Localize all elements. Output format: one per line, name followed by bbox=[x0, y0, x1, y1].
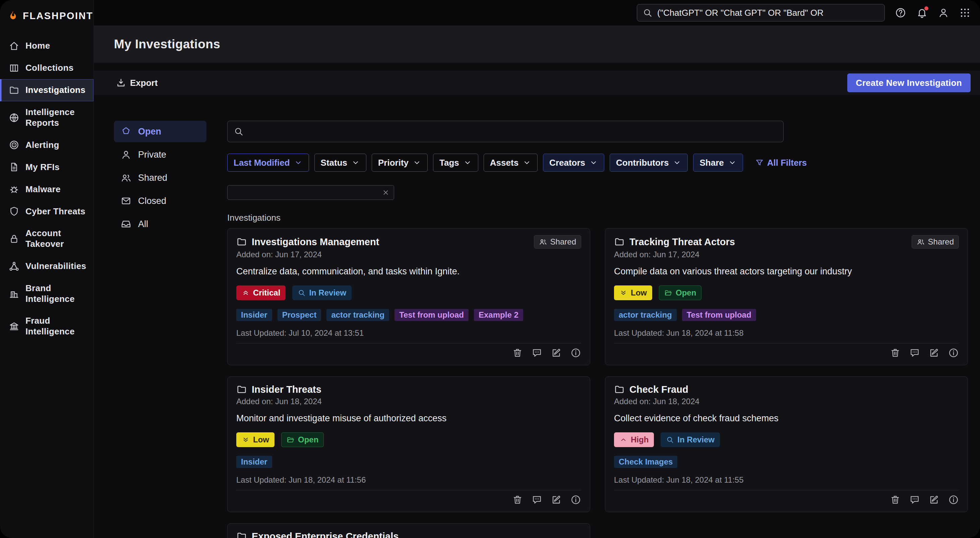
status-badge: Open bbox=[281, 433, 324, 447]
view-label: Shared bbox=[138, 173, 167, 183]
tag[interactable]: Insider bbox=[236, 456, 272, 468]
help-button[interactable] bbox=[895, 7, 906, 18]
edit-button[interactable] bbox=[551, 348, 562, 358]
flashpoint-logo: FLASHPOINT bbox=[0, 0, 94, 25]
sidebar-item-brand-intelligence[interactable]: Brand Intelligence bbox=[0, 278, 94, 310]
filter-chip-contributors[interactable]: Contributors bbox=[610, 153, 688, 172]
app-window: FLASHPOINT Home Collections Investigatio… bbox=[0, 0, 980, 538]
sidebar-item-label: Fraud Intelligence bbox=[25, 316, 88, 337]
card-title[interactable]: Investigations Management bbox=[252, 236, 379, 248]
investigation-card: Insider Threats Added on: Jun 18, 2024 M… bbox=[227, 376, 590, 512]
card-title[interactable]: Insider Threats bbox=[252, 383, 321, 396]
chevron-down-icon bbox=[522, 158, 531, 167]
view-filter-open[interactable]: Open bbox=[114, 121, 207, 142]
info-button[interactable] bbox=[948, 348, 959, 358]
account-button[interactable] bbox=[938, 7, 949, 18]
global-search-input[interactable] bbox=[657, 7, 879, 18]
comment-button[interactable] bbox=[909, 494, 920, 505]
comment-button[interactable] bbox=[531, 494, 542, 505]
filter-chip-tags[interactable]: Tags bbox=[433, 153, 478, 172]
card-description: Compile data on various threat actors ta… bbox=[614, 266, 959, 277]
view-label: Private bbox=[138, 150, 166, 160]
apps-button[interactable] bbox=[959, 7, 970, 18]
export-button[interactable]: Export bbox=[114, 77, 159, 89]
sidebar-item-collections[interactable]: Collections bbox=[0, 57, 94, 79]
sidebar-item-home[interactable]: Home bbox=[0, 35, 94, 57]
filter-chip-creators[interactable]: Creators bbox=[543, 153, 604, 172]
tag[interactable]: Insider bbox=[236, 309, 272, 321]
tag[interactable]: Test from upload bbox=[395, 309, 469, 321]
trash-icon bbox=[890, 494, 900, 505]
folder-icon bbox=[614, 384, 625, 395]
edit-button[interactable] bbox=[929, 494, 939, 505]
funnel-icon bbox=[755, 158, 764, 167]
filter-chip-share[interactable]: Share bbox=[693, 153, 743, 172]
view-filter-all[interactable]: All bbox=[114, 213, 207, 235]
card-title[interactable]: Tracking Threat Actors bbox=[629, 236, 735, 248]
info-button[interactable] bbox=[948, 494, 959, 505]
shared-badge-label: Shared bbox=[928, 237, 954, 246]
notifications-button[interactable] bbox=[916, 7, 928, 18]
info-button[interactable] bbox=[570, 494, 581, 505]
flame-icon bbox=[7, 10, 19, 21]
delete-button[interactable] bbox=[512, 494, 523, 505]
sidebar-item-intelligence-reports[interactable]: Intelligence Reports bbox=[0, 101, 94, 134]
edit-button[interactable] bbox=[551, 494, 562, 505]
all-filters-button[interactable]: All Filters bbox=[753, 157, 809, 168]
tag[interactable]: Check Images bbox=[614, 456, 677, 468]
info-icon bbox=[948, 348, 959, 358]
sidebar-item-cyber-threats[interactable]: Cyber Threats bbox=[0, 200, 94, 222]
status-label: In Review bbox=[677, 435, 714, 444]
main-area: My Investigations Export Create New Inve… bbox=[94, 0, 980, 538]
filter-chip-assets[interactable]: Assets bbox=[484, 153, 538, 172]
filter-chip-last-modified[interactable]: Last Modified bbox=[227, 153, 309, 172]
sidebar-item-account-takeover[interactable]: Account Takeover bbox=[0, 222, 94, 255]
card-title[interactable]: Check Fraud bbox=[629, 383, 689, 396]
tag[interactable]: actor tracking bbox=[326, 309, 389, 321]
sidebar-item-vulnerabilities[interactable]: Vulnerabilities bbox=[0, 255, 94, 278]
filter-chip-status[interactable]: Status bbox=[314, 153, 366, 172]
investigations-search-input[interactable] bbox=[248, 126, 777, 137]
view-filter-closed[interactable]: Closed bbox=[114, 190, 207, 212]
tag[interactable]: Prospect bbox=[277, 309, 321, 321]
chevron-down-icon bbox=[463, 158, 472, 167]
comment-button[interactable] bbox=[531, 348, 542, 358]
topbar bbox=[94, 0, 980, 26]
folder-open-icon bbox=[286, 436, 294, 444]
chevron-up-icon bbox=[619, 436, 627, 444]
sidebar-item-alerting[interactable]: Alerting bbox=[0, 134, 94, 156]
chevron-down-icon bbox=[728, 158, 737, 167]
sidebar-item-my-rfis[interactable]: My RFIs bbox=[0, 156, 94, 178]
view-filter-list: Open Private Shared Closed All bbox=[114, 121, 207, 538]
tag-filter-input[interactable] bbox=[232, 187, 382, 198]
create-investigation-button[interactable]: Create New Investigation bbox=[847, 73, 970, 92]
sidebar-item-label: Vulnerabilities bbox=[25, 261, 86, 272]
sidebar-item-fraud-intelligence[interactable]: Fraud Intelligence bbox=[0, 310, 94, 342]
comment-button[interactable] bbox=[909, 348, 920, 358]
global-search[interactable] bbox=[637, 4, 885, 21]
view-filter-private[interactable]: Private bbox=[114, 144, 207, 165]
view-filter-shared[interactable]: Shared bbox=[114, 167, 207, 188]
shared-badge: Shared bbox=[912, 235, 959, 249]
sidebar-item-malware[interactable]: Malware bbox=[0, 178, 94, 200]
delete-button[interactable] bbox=[512, 348, 523, 358]
trash-icon bbox=[512, 494, 523, 505]
edit-button[interactable] bbox=[929, 348, 939, 358]
priority-label: Critical bbox=[253, 288, 280, 297]
tag[interactable]: Test from upload bbox=[682, 309, 756, 321]
delete-button[interactable] bbox=[890, 494, 900, 505]
filter-chip-priority[interactable]: Priority bbox=[372, 153, 428, 172]
clear-input-button[interactable] bbox=[382, 188, 390, 196]
delete-button[interactable] bbox=[890, 348, 900, 358]
tag[interactable]: actor tracking bbox=[614, 309, 677, 321]
card-title[interactable]: Exposed Enterprise Credentials bbox=[252, 530, 398, 538]
sidebar-item-label: Collections bbox=[25, 63, 73, 73]
investigations-search[interactable] bbox=[227, 121, 784, 142]
sidebar-item-investigations[interactable]: Investigations bbox=[0, 79, 94, 101]
info-button[interactable] bbox=[570, 348, 581, 358]
tag-filter-field[interactable] bbox=[227, 185, 394, 200]
tag[interactable]: Example 2 bbox=[474, 309, 523, 321]
sidebar-nav: Home Collections Investigations Intellig… bbox=[0, 35, 94, 343]
export-icon bbox=[116, 78, 126, 88]
card-description: Collect evidence of check fraud schemes bbox=[614, 413, 959, 424]
